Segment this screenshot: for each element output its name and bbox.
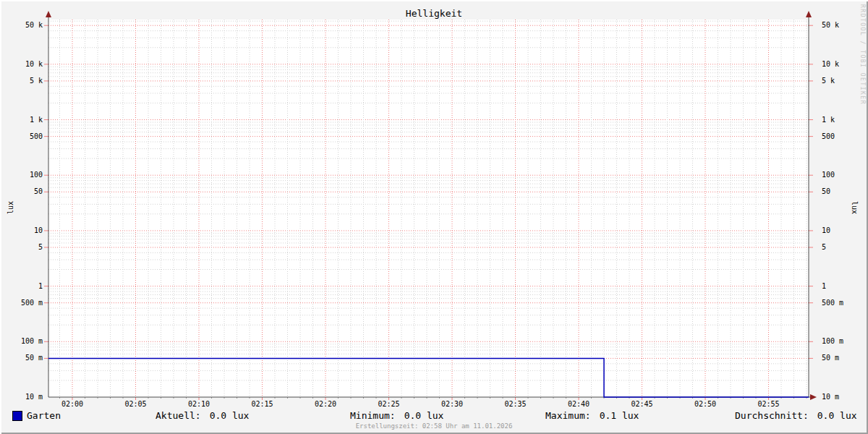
plot-area [48,20,809,397]
y-tick-label-right: 50 [822,187,865,196]
stat-minimum-value: 0.0 lux [404,410,444,421]
y-tick-label-right: 10 [822,226,865,235]
y-tick-label-right: 500 m [822,299,865,307]
stat-aktuell-value: 0.0 lux [210,410,250,421]
y-tick-label-right: 500 [822,132,865,141]
stat-aktuell-label: Aktuell: [156,410,201,421]
y-tick-label-left: 10 k [0,60,43,69]
creation-timestamp: Erstellungszeit: 02:58 Uhr am 11.01.2026 [0,422,868,430]
y-tick-label-right: 1 [822,282,865,291]
x-tick-label: 02:50 [687,400,723,409]
y-tick-label-left: 10 m [0,393,43,401]
y-tick-label-left: 50 m [0,354,43,362]
y-tick-label-right: 100 [822,171,865,179]
y-tick-label-right: 5 [822,243,865,252]
x-tick-label: 02:00 [54,400,90,409]
y-tick-label-right: 10 m [822,393,865,401]
rrdtool-graph: Helligkeit RRDTOOL / TOBI OETIKER lux lu… [0,0,868,434]
arrow-right-icon [810,394,817,400]
arrow-up-right-icon [806,11,812,17]
y-tick-label-right: 50 k [822,21,865,30]
x-tick-label: 02:20 [307,400,344,409]
stat-aktuell: Aktuell:0.0 lux [156,410,249,421]
y-tick-label-left: 100 [0,171,43,179]
y-tick-label-right: 5 k [822,77,865,85]
y-tick-label-left: 50 k [0,21,43,30]
arrow-up-left-icon [46,11,51,17]
y-tick-label-left: 500 m [0,299,43,307]
x-tick-label: 02:10 [181,400,217,409]
y-tick-label-left: 5 k [0,77,43,85]
y-tick-label-left: 500 [0,132,43,141]
stat-minimum: Minimum:0.0 lux [350,410,443,421]
y-tick-label-left: 1 [0,282,43,291]
chart-canvas [0,0,868,434]
x-tick-label: 02:55 [751,400,787,409]
legend-and-stats-row: Garten Aktuell:0.0 lux Minimum:0.0 lux M… [0,410,868,421]
y-tick-label-right: 50 m [822,354,865,362]
y-tick-label-left: 5 [0,243,43,252]
y-tick-label-right: 100 m [822,337,865,346]
y-tick-label-right: 1 k [822,116,865,124]
y-tick-label-left: 50 [0,187,43,196]
stat-minimum-label: Minimum: [350,410,396,421]
y-tick-label-left: 10 [0,226,43,235]
x-tick-label: 02:25 [371,400,407,409]
stat-durchschnitt-value: 0.0 lux [817,410,857,421]
stat-maximum: Maximum:0.1 lux [545,410,639,421]
legend-series-label: Garten [27,410,61,421]
stat-durchschnitt-label: Durchschnitt: [735,410,809,421]
legend-color-swatch [12,411,22,421]
x-tick-label: 02:40 [561,400,597,409]
x-tick-label: 02:45 [624,400,660,409]
y-tick-label-left: 1 k [0,116,43,124]
stat-durchschnitt: Durchschnitt:0.0 lux [735,410,857,421]
x-tick-label: 02:15 [244,400,281,409]
y-tick-label-right: 10 k [822,60,865,69]
x-tick-label: 02:35 [498,400,534,409]
stat-maximum-label: Maximum: [545,410,591,421]
y-tick-label-left: 100 m [0,337,43,346]
stat-maximum-value: 0.1 lux [600,410,639,421]
x-tick-label: 02:30 [434,400,470,409]
x-tick-label: 02:05 [118,400,154,409]
